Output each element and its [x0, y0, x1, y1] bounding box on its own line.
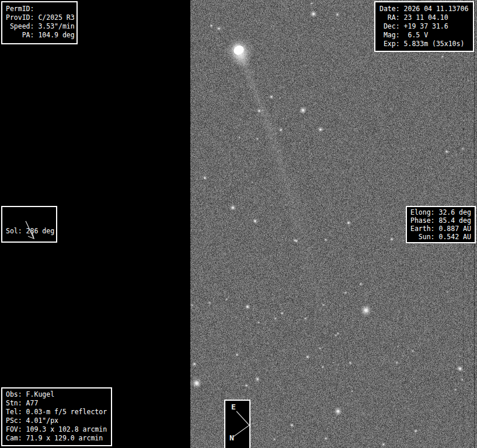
ephemeris-info-box: Date: 2026 04 11.13706 RA: 23 11 04.10 D… [374, 1, 474, 52]
info-line: PermID: [6, 5, 76, 13]
info-line: ProvID: C/2025 R3 [6, 13, 76, 22]
info-line: Sun: 0.542 AU [410, 233, 475, 241]
sun-direction-box: Sol: 286 deg [1, 206, 57, 243]
info-line: Exp: 5.833m (35x10s) [379, 40, 473, 48]
info-line: Date: 2026 04 11.13706 [379, 5, 473, 13]
info-line: FOV: 109.3 x 102.8 arcmin [6, 425, 111, 434]
compass-east-label: E [231, 403, 236, 411]
info-line: Speed: 3.53"/min [6, 22, 76, 31]
info-line: Tel: 0.03-m f/5 reflector [6, 408, 111, 416]
info-line: Phase: 85.4 deg [410, 216, 475, 225]
sun-direction-arrow-icon [2, 207, 58, 244]
info-line: Dec: +19 37 31.6 [379, 22, 473, 31]
info-line: PA: 104.9 deg [6, 31, 76, 40]
info-line: Earth: 0.887 AU [410, 225, 475, 233]
geometry-info-box: Elong: 32.6 degPhase: 85.4 degEarth: 0.8… [406, 206, 476, 243]
info-line: Obs: F.Kugel [6, 390, 111, 399]
info-line: Elong: 32.6 deg [410, 208, 475, 216]
info-line: Mag: 6.5 V [379, 31, 473, 40]
compass-box: E N [224, 400, 250, 448]
info-line: RA: 23 11 04.10 [379, 13, 473, 22]
info-line: Cam: 71.9 x 129.0 arcmin [6, 434, 111, 443]
app-root: PermID:ProvID: C/2025 R3 Speed: 3.53"/mi… [0, 0, 477, 448]
sun-angle-label: Sol: 286 deg [6, 227, 56, 236]
observer-info-box: Obs: F.KugelStn: A77Tel: 0.03-m f/5 refl… [1, 387, 112, 446]
info-line: PSc: 4.01"/px [6, 416, 111, 425]
compass-north-label: N [229, 434, 234, 442]
info-line: Stn: A77 [6, 399, 111, 408]
target-info-box: PermID:ProvID: C/2025 R3 Speed: 3.53"/mi… [1, 1, 78, 44]
